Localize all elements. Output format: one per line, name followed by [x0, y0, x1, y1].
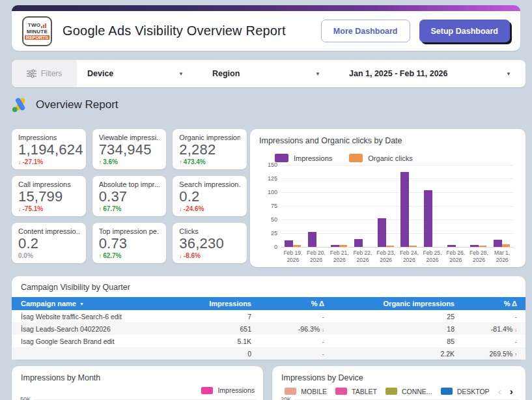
- impressions-bar: [308, 232, 316, 247]
- arrow-down-icon: ↓: [18, 206, 21, 212]
- x-tick-label: Feb 20, 2026: [305, 250, 328, 263]
- kpi-label: Call impressions: [18, 180, 79, 188]
- x-tick-label: Feb 19, 2026: [281, 250, 305, 263]
- sort-caret-icon: ▼: [79, 302, 84, 306]
- impressions-bar: [424, 190, 432, 247]
- two-minute-reports-logo: TWO MINUTE REPORTS: [22, 16, 52, 46]
- y-tick-label: 125: [259, 175, 277, 182]
- gridline: [294, 399, 519, 400]
- chevron-down-icon: ▼: [506, 71, 511, 77]
- table-header-row[interactable]: Campaign name▼Impressions% ΔOrganic impr…: [12, 297, 525, 310]
- legend-item: CONNE...: [385, 388, 432, 395]
- arrow-down-icon: ↓: [179, 253, 182, 259]
- impressions-bar: [378, 218, 386, 247]
- header-bar: TWO MINUTE REPORTS Google Ads Visibility…: [12, 5, 520, 51]
- legend-next-button[interactable]: ›: [510, 386, 513, 396]
- impressions-by-month-card: Impressions by Month Impressions 50K: [12, 366, 263, 400]
- campaign-name-cell: Isag Google Search Brand edit: [12, 337, 187, 345]
- more-dashboard-button[interactable]: More Dashboard: [321, 20, 410, 42]
- section-title: Overview Report: [36, 98, 119, 111]
- bar-group: [421, 165, 444, 247]
- campaign-name-cell: İsag Website traffic-Search-6 edit: [12, 313, 187, 321]
- kpi-value: 734,945: [99, 143, 160, 157]
- column-header[interactable]: Organic impressions: [333, 300, 463, 307]
- filters-bar: Filters Device ▼ Region ▼ Jan 1, 2025 - …: [12, 60, 525, 87]
- bar-group: [468, 165, 491, 247]
- column-header[interactable]: % Δ: [260, 300, 333, 307]
- page-title: Google Ads Visibility Overview Report: [63, 23, 311, 38]
- bar-group: [281, 165, 305, 247]
- x-tick-label: Feb 21, 2026: [328, 250, 351, 263]
- legend-prev-button[interactable]: ‹: [498, 386, 501, 396]
- column-header-label: Campaign name: [21, 300, 76, 307]
- impressions-cell: 651: [187, 325, 260, 333]
- kpi-value: 36,230: [179, 236, 240, 251]
- legend-swatch: [349, 154, 363, 162]
- setup-dashboard-button[interactable]: Setup Dashboard: [419, 20, 511, 42]
- kpi-label: Top impression pe...: [99, 227, 160, 235]
- legend-label: Impressions: [217, 386, 255, 394]
- legend-swatch: [285, 388, 296, 395]
- delta-cell: -: [260, 337, 333, 345]
- impressions-bar: [285, 240, 293, 247]
- organic-impressions-cell: 18: [333, 325, 463, 333]
- kpi-delta: ↓-27.1%: [18, 158, 79, 165]
- kpi-label: Content impressio...: [18, 227, 79, 235]
- legend-label: TABLET: [352, 388, 377, 395]
- impressions-cell: 7: [187, 313, 260, 321]
- column-header[interactable]: Impressions: [187, 300, 260, 307]
- kpi-label: Search impression...: [179, 180, 240, 188]
- organic-clicks-bar: [479, 246, 486, 247]
- organic-clicks-bar: [386, 246, 394, 247]
- legend-swatch: [385, 388, 397, 395]
- delta-cell: -: [463, 313, 525, 321]
- kpi-delta: ↓-8.6%: [179, 252, 240, 259]
- impressions-bar: [470, 245, 479, 247]
- impressions-cell: 5.1K: [187, 337, 260, 345]
- kpi-delta-value: -8.6%: [184, 252, 201, 259]
- legend-label: Impressions: [294, 154, 332, 162]
- arrow-up-icon: ↑: [99, 206, 102, 212]
- kpi-card: Call impressions15,799↓-75.1%: [12, 176, 86, 216]
- kpi-delta-value: -75.1%: [23, 205, 44, 212]
- organic-clicks-bar: [502, 244, 510, 247]
- y-axis-tick: 50K: [20, 396, 257, 400]
- kpi-label: Absolute top impr...: [99, 180, 160, 188]
- device-filter-dropdown[interactable]: Device ▼: [77, 60, 202, 87]
- device-filter-label: Device: [87, 69, 113, 78]
- logo-line-reports: REPORTS: [25, 35, 49, 40]
- header-gradient-strip: [12, 5, 520, 11]
- region-filter-label: Region: [212, 69, 240, 78]
- chart-title: Impressions and Organic clicks by Date: [259, 136, 516, 145]
- bar-group: [305, 165, 328, 247]
- kpi-value: 15,799: [18, 190, 79, 204]
- kpi-label: Impressions: [18, 134, 79, 141]
- x-tick-label: Feb 22, 2026: [351, 250, 374, 263]
- kpi-value: 2,282: [179, 143, 240, 157]
- organic-impressions-cell: 2.2K: [333, 350, 463, 358]
- organic-clicks-bar: [339, 245, 347, 247]
- logo-bars-icon: [41, 23, 46, 28]
- legend-label: Organic clicks: [368, 154, 412, 162]
- kpi-value: 0.2: [179, 190, 240, 204]
- delta-value: -81.4%: [491, 325, 514, 333]
- x-tick-label: Feb 26, 2026: [444, 250, 468, 263]
- impressions-bar: [400, 172, 409, 247]
- device-chart-legend: MOBILETABLETCONNE...DESKTOP‹›: [272, 386, 525, 396]
- y-tick-label: 150: [259, 162, 277, 168]
- kpi-card: Organic impressions2,282↑473.4%: [173, 129, 247, 169]
- region-filter-dropdown[interactable]: Region ▼: [202, 60, 339, 87]
- legend-item: Organic clicks: [349, 154, 412, 162]
- column-header-campaign-name[interactable]: Campaign name▼: [12, 300, 187, 307]
- kpi-delta: ↑473.4%: [179, 158, 240, 165]
- kpi-label: Viewable impressi...: [99, 134, 160, 141]
- delta-cell: -81.4% ↓: [463, 325, 525, 333]
- filters-label: Filters: [41, 69, 63, 78]
- date-range-dropdown[interactable]: Jan 1, 2025 - Feb 11, 2026 ▼: [339, 60, 525, 87]
- x-tick-label: Feb 23, 2026: [374, 250, 398, 263]
- column-header[interactable]: % Δ: [463, 300, 525, 307]
- y-tick-label: 50: [259, 216, 277, 223]
- filters-toggle[interactable]: Filters: [12, 60, 77, 87]
- logo-line-minute: MINUTE: [27, 29, 48, 35]
- delta-cell: -: [260, 313, 333, 321]
